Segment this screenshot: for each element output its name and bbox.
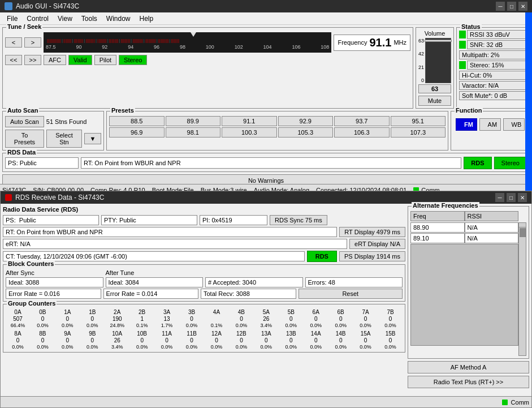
error-rate-sync-input[interactable]: [6, 289, 101, 299]
gp-0g: 0.0%: [304, 323, 328, 328]
freq-98: 98: [180, 44, 185, 50]
rds-pty-input[interactable]: [101, 215, 197, 225]
gh-5A: 5A: [254, 309, 278, 315]
fm-button[interactable]: FM: [456, 118, 477, 131]
preset-5[interactable]: 93.7: [334, 116, 390, 126]
auto-scan-button[interactable]: Auto Scan: [5, 116, 44, 127]
rds-pi-input[interactable]: [200, 215, 267, 225]
af-method-button[interactable]: AF Method A: [408, 361, 529, 373]
preset-11[interactable]: 106.3: [334, 127, 390, 138]
gp2-0k: 0.0%: [279, 344, 303, 350]
rds-ps-input[interactable]: [3, 215, 99, 225]
preset-1[interactable]: 88.5: [109, 116, 165, 126]
wb-button[interactable]: WB: [503, 118, 525, 131]
volume-thumb[interactable]: [425, 40, 452, 42]
presets-label: Presets: [110, 107, 135, 114]
stereo-button[interactable]: Stereo: [119, 55, 147, 65]
tune-left-button[interactable]: <: [5, 37, 22, 48]
counters-row1: [6, 277, 403, 287]
errors-col: [305, 269, 403, 277]
rds-maximize-button[interactable]: □: [507, 193, 516, 202]
volume-slider[interactable]: [425, 38, 451, 83]
minimize-button[interactable]: ─: [496, 2, 505, 11]
to-presets-button[interactable]: To Presets: [5, 130, 44, 148]
gh2-8B: 8B: [31, 330, 55, 337]
select-stn-button[interactable]: Select Stn: [46, 130, 82, 148]
menu-control[interactable]: Control: [22, 14, 53, 24]
ideal-tune-input[interactable]: [106, 277, 204, 287]
app-icon: [5, 2, 12, 10]
group-pct-1: 66.4% 0.0% 0.0% 0.0% 24.8% 0.1% 1.7% 0.0…: [6, 323, 403, 328]
errors-input[interactable]: [305, 277, 403, 287]
menu-view[interactable]: View: [53, 14, 77, 24]
preset-4[interactable]: 92.9: [278, 116, 334, 126]
tune-seek-section: Tune / Seek < > ||||||||||||: [2, 27, 413, 109]
accepted-col: [205, 269, 303, 277]
error-rate-tune-input[interactable]: [103, 289, 199, 299]
rds-service-label: Radio Data Service (RDS): [3, 206, 405, 213]
gv-0i: 0: [328, 316, 353, 322]
af-freq-2: 89.10: [410, 233, 465, 243]
gp-0d: 0.0%: [180, 323, 204, 328]
select-stn-dropdown[interactable]: ▼: [84, 133, 101, 144]
total-recv-input[interactable]: [201, 289, 296, 299]
gv2-0e: 0: [130, 337, 154, 343]
stereo-indicator: [459, 61, 466, 69]
am-button[interactable]: AM: [479, 118, 501, 131]
preset-8[interactable]: 98.1: [166, 127, 221, 138]
menu-file[interactable]: File: [2, 14, 22, 24]
rds-minimize-button[interactable]: ─: [495, 193, 504, 202]
snr-value: SNR: 32 dB: [467, 40, 527, 49]
menu-window[interactable]: Window: [102, 14, 135, 24]
preset-10[interactable]: 105.3: [278, 127, 334, 138]
rssi-value: RSSI 33 dBuV: [467, 30, 527, 39]
group-counters-label: Group Counters: [7, 300, 57, 307]
vol-63: 63: [418, 38, 424, 44]
rds-window-rds-btn[interactable]: RDS: [307, 251, 337, 262]
after-sync-col: After Sync: [6, 269, 103, 277]
preset-6[interactable]: 95.1: [391, 116, 446, 126]
accepted-input[interactable]: [205, 277, 303, 287]
af-scrollbar[interactable]: [518, 227, 526, 356]
reset-button[interactable]: Reset: [299, 289, 403, 299]
function-buttons: FM AM WB: [453, 116, 527, 133]
ruler-ticks: |||||||||||| | ||||||| | |||||||| | ||||…: [46, 38, 329, 43]
pilot-button[interactable]: Pilot: [94, 55, 116, 65]
preset-2[interactable]: 89.9: [166, 116, 221, 126]
maximize-button[interactable]: □: [507, 2, 516, 11]
gh2-10B: 10B: [130, 330, 154, 337]
preset-9[interactable]: 100.3: [222, 127, 277, 138]
preset-7[interactable]: 96.9: [109, 127, 165, 138]
gh-1A: 1A: [55, 309, 80, 315]
gp2-0j: 0.0%: [254, 344, 278, 350]
gh-6A: 6A: [304, 309, 328, 315]
rds-ert-input[interactable]: [3, 239, 347, 249]
close-button[interactable]: ✕: [518, 2, 527, 11]
tune-right-double-button[interactable]: >>: [24, 55, 41, 65]
menu-help[interactable]: Help: [135, 14, 158, 24]
af-table-header: Freq RSSI: [410, 211, 526, 221]
rds-rt-field: RT: On Point from WBUR and NPR: [81, 157, 461, 169]
group-pct-2: 0.0% 0.0% 0.0% 0.0% 3.4% 0.0% 0.0% 0.0% …: [6, 344, 403, 350]
menu-tools[interactable]: Tools: [77, 14, 102, 24]
gp2-0c: 0.0%: [55, 344, 80, 350]
afc-button[interactable]: AFC: [44, 55, 66, 65]
af-row-1: 88.90 N/A: [410, 222, 526, 233]
rds-close-button[interactable]: ✕: [518, 193, 527, 202]
gh2-10A: 10A: [105, 330, 129, 337]
rds-rt-input[interactable]: [3, 227, 337, 237]
rds-button[interactable]: RDS: [464, 157, 491, 169]
rtp-button[interactable]: Radio Text Plus (RT+) >>: [408, 376, 529, 388]
preset-3[interactable]: 91.1: [222, 116, 277, 126]
stereo-rds-button[interactable]: Stereo: [494, 157, 527, 169]
tune-left-double-button[interactable]: <<: [5, 55, 22, 65]
mute-button[interactable]: Mute: [418, 96, 451, 106]
valid-button[interactable]: Valid: [68, 55, 92, 65]
gh2-12A: 12A: [205, 330, 229, 337]
snr-row: SNR: 32 dB: [459, 40, 527, 49]
tune-right-button[interactable]: >: [24, 37, 41, 48]
ideal-sync-input[interactable]: [6, 277, 103, 287]
gp2-0a: 0.0%: [6, 344, 30, 350]
preset-12[interactable]: 107.3: [391, 127, 446, 138]
gv-190: 190: [105, 316, 129, 322]
